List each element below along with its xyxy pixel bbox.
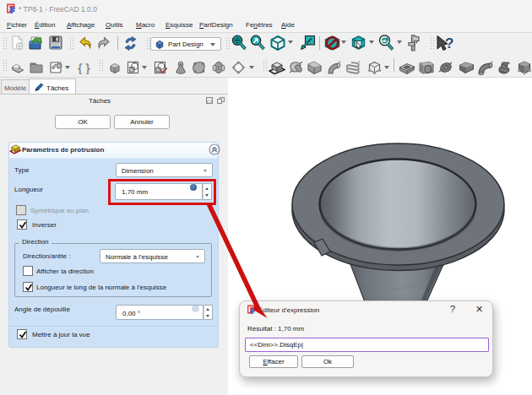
svg-text:?: ?	[445, 35, 453, 51]
svg-text:{ }: { }	[78, 62, 90, 75]
